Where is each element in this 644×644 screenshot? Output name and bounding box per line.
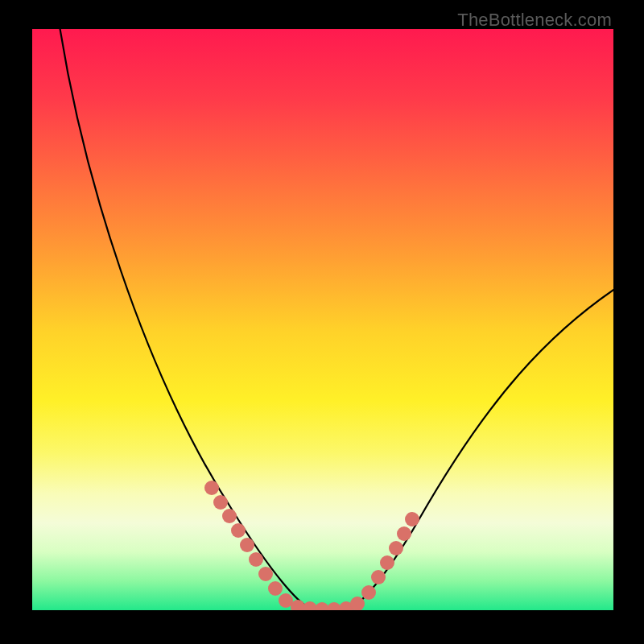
- plot-area: [32, 29, 613, 610]
- data-marker: [258, 567, 273, 581]
- data-marker: [240, 538, 254, 552]
- data-marker: [231, 523, 246, 538]
- data-marker: [361, 585, 376, 600]
- watermark-text: TheBottleneck.com: [457, 10, 612, 31]
- data-marker: [397, 526, 411, 541]
- data-marker: [380, 555, 394, 570]
- data-marker: [222, 509, 237, 523]
- data-marker: [249, 552, 263, 567]
- outer-frame: TheBottleneck.com: [0, 0, 644, 644]
- data-marker: [213, 495, 228, 510]
- marker-group: [204, 481, 419, 610]
- data-marker: [389, 541, 403, 555]
- bottleneck-curve-left: [56, 29, 310, 609]
- data-marker: [405, 512, 419, 526]
- chart-svg: [32, 29, 613, 610]
- data-marker: [268, 581, 283, 596]
- data-marker: [204, 481, 219, 495]
- data-marker: [371, 570, 386, 584]
